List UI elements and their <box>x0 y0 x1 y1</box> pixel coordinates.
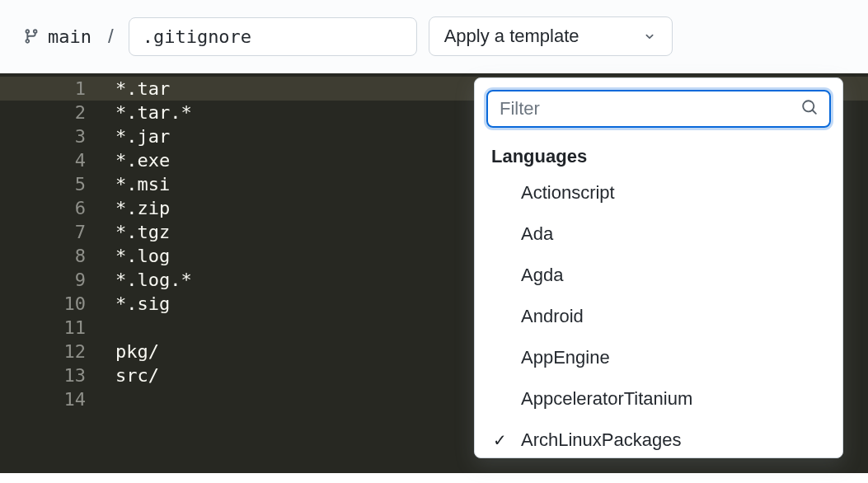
line-content: src/ <box>97 363 159 387</box>
line-number: 1 <box>0 77 97 101</box>
template-item-label: ArchLinuxPackages <box>521 429 826 451</box>
search-icon <box>801 99 818 119</box>
branch-selector-button[interactable]: main <box>21 23 93 50</box>
line-content: *.log.* <box>97 268 192 292</box>
filter-input[interactable] <box>500 98 801 120</box>
line-number: 6 <box>0 196 97 220</box>
line-number: 5 <box>0 172 97 196</box>
line-content: *.jar <box>97 124 170 148</box>
template-list-item[interactable]: Ada <box>475 213 842 255</box>
line-content: *.log <box>97 244 170 268</box>
template-item-label: AppceleratorTitanium <box>521 388 826 410</box>
line-number: 11 <box>0 316 97 340</box>
line-number: 14 <box>0 387 97 411</box>
file-path-toolbar: main / Apply a template <box>0 0 868 73</box>
git-branch-icon <box>23 27 40 45</box>
template-list-item[interactable]: AppEngine <box>475 337 842 378</box>
check-icon: ✓ <box>491 430 521 450</box>
template-item-label: AppEngine <box>521 347 826 368</box>
template-item-label: Ada <box>521 223 826 245</box>
line-number: 10 <box>0 292 97 316</box>
line-content: pkg/ <box>97 340 159 363</box>
group-header-languages: Languages <box>475 138 842 172</box>
line-content: *.exe <box>97 148 170 172</box>
filter-wrap <box>475 78 842 138</box>
template-list-item[interactable]: Agda <box>475 255 842 296</box>
template-item-label: Actionscript <box>521 182 826 204</box>
line-number: 13 <box>0 363 97 387</box>
chevron-down-icon <box>642 29 657 44</box>
template-list-scroll[interactable]: Languages ActionscriptAdaAgdaAndroidAppE… <box>475 138 842 457</box>
apply-template-button[interactable]: Apply a template <box>429 16 673 56</box>
line-number: 3 <box>0 124 97 148</box>
line-content: *.sig <box>97 292 170 316</box>
line-number: 7 <box>0 220 97 244</box>
template-list-item[interactable]: AppceleratorTitanium <box>475 378 842 420</box>
line-number: 12 <box>0 340 97 363</box>
line-content: *.tgz <box>97 220 170 244</box>
template-dropdown-panel: Languages ActionscriptAdaAgdaAndroidAppE… <box>474 77 843 458</box>
line-number: 8 <box>0 244 97 268</box>
line-content: *.zip <box>97 196 170 220</box>
line-number: 2 <box>0 101 97 124</box>
line-content: *.tar <box>97 77 170 101</box>
branch-name-label: main <box>48 26 91 47</box>
template-item-label: Android <box>521 306 826 327</box>
filename-input[interactable] <box>129 17 417 56</box>
template-list-item[interactable]: Actionscript <box>475 172 842 213</box>
line-number: 9 <box>0 268 97 292</box>
apply-template-label: Apply a template <box>444 26 579 47</box>
line-content: *.msi <box>97 172 170 196</box>
template-list-item[interactable]: ✓ArchLinuxPackages <box>475 420 842 457</box>
template-item-label: Agda <box>521 265 826 286</box>
path-separator: / <box>105 25 117 48</box>
line-content: *.tar.* <box>97 101 192 124</box>
template-list-item[interactable]: Android <box>475 296 842 337</box>
filter-field[interactable] <box>486 90 831 128</box>
line-number: 4 <box>0 148 97 172</box>
